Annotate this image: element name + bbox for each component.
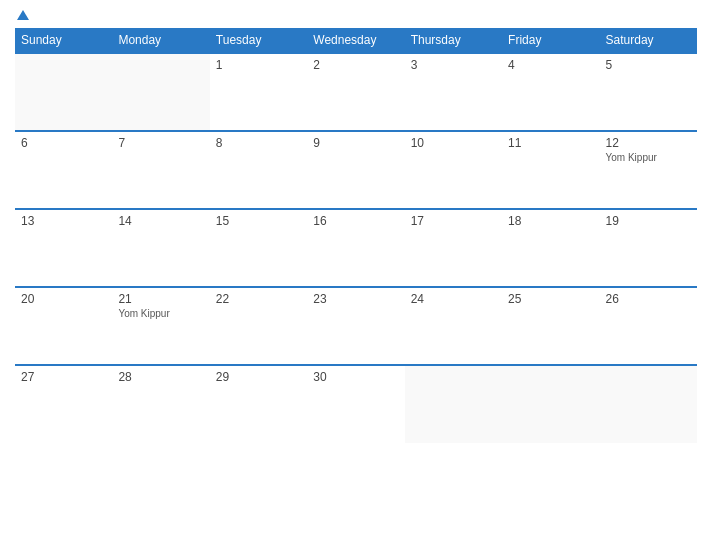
day-number: 22 [216,292,301,306]
calendar-day-cell [15,53,112,131]
calendar-week-row: 13141516171819 [15,209,697,287]
weekday-header-wednesday: Wednesday [307,28,404,53]
day-number: 12 [606,136,691,150]
weekday-header-saturday: Saturday [600,28,697,53]
day-number: 13 [21,214,106,228]
day-number: 6 [21,136,106,150]
calendar-day-cell: 4 [502,53,599,131]
calendar-header [15,10,697,20]
calendar-week-row: 6789101112Yom Kippur [15,131,697,209]
calendar-day-cell: 7 [112,131,209,209]
event-label: Yom Kippur [118,308,203,319]
calendar-day-cell: 21Yom Kippur [112,287,209,365]
calendar-day-cell: 2 [307,53,404,131]
day-number: 18 [508,214,593,228]
calendar-day-cell: 18 [502,209,599,287]
day-number: 9 [313,136,398,150]
day-number: 11 [508,136,593,150]
day-number: 2 [313,58,398,72]
day-number: 16 [313,214,398,228]
day-number: 21 [118,292,203,306]
calendar-day-cell: 28 [112,365,209,443]
calendar-container: SundayMondayTuesdayWednesdayThursdayFrid… [0,0,712,550]
day-number: 1 [216,58,301,72]
day-number: 30 [313,370,398,384]
calendar-week-row: 27282930 [15,365,697,443]
calendar-day-cell [600,365,697,443]
weekday-header-monday: Monday [112,28,209,53]
calendar-day-cell: 11 [502,131,599,209]
calendar-day-cell [502,365,599,443]
calendar-day-cell: 15 [210,209,307,287]
day-number: 7 [118,136,203,150]
day-number: 5 [606,58,691,72]
calendar-day-cell: 14 [112,209,209,287]
calendar-day-cell: 24 [405,287,502,365]
calendar-day-cell: 6 [15,131,112,209]
calendar-day-cell: 22 [210,287,307,365]
calendar-day-cell: 29 [210,365,307,443]
calendar-day-cell: 27 [15,365,112,443]
day-number: 26 [606,292,691,306]
calendar-day-cell: 3 [405,53,502,131]
calendar-day-cell: 8 [210,131,307,209]
day-number: 14 [118,214,203,228]
logo [15,10,29,20]
calendar-day-cell: 9 [307,131,404,209]
day-number: 20 [21,292,106,306]
weekday-header-sunday: Sunday [15,28,112,53]
calendar-day-cell: 5 [600,53,697,131]
day-number: 15 [216,214,301,228]
calendar-table: SundayMondayTuesdayWednesdayThursdayFrid… [15,28,697,443]
calendar-day-cell [112,53,209,131]
weekday-header-friday: Friday [502,28,599,53]
calendar-day-cell: 17 [405,209,502,287]
calendar-day-cell: 10 [405,131,502,209]
calendar-week-row: 2021Yom Kippur2223242526 [15,287,697,365]
weekday-header-row: SundayMondayTuesdayWednesdayThursdayFrid… [15,28,697,53]
calendar-week-row: 12345 [15,53,697,131]
weekday-header-tuesday: Tuesday [210,28,307,53]
calendar-day-cell: 30 [307,365,404,443]
day-number: 27 [21,370,106,384]
calendar-day-cell: 16 [307,209,404,287]
event-label: Yom Kippur [606,152,691,163]
day-number: 17 [411,214,496,228]
weekday-header-thursday: Thursday [405,28,502,53]
day-number: 29 [216,370,301,384]
day-number: 3 [411,58,496,72]
calendar-day-cell: 19 [600,209,697,287]
day-number: 10 [411,136,496,150]
calendar-day-cell [405,365,502,443]
calendar-day-cell: 25 [502,287,599,365]
day-number: 28 [118,370,203,384]
day-number: 8 [216,136,301,150]
logo-triangle-icon [17,10,29,20]
day-number: 4 [508,58,593,72]
day-number: 19 [606,214,691,228]
calendar-day-cell: 20 [15,287,112,365]
calendar-day-cell: 12Yom Kippur [600,131,697,209]
calendar-day-cell: 26 [600,287,697,365]
calendar-day-cell: 1 [210,53,307,131]
calendar-day-cell: 13 [15,209,112,287]
day-number: 23 [313,292,398,306]
day-number: 25 [508,292,593,306]
day-number: 24 [411,292,496,306]
calendar-day-cell: 23 [307,287,404,365]
